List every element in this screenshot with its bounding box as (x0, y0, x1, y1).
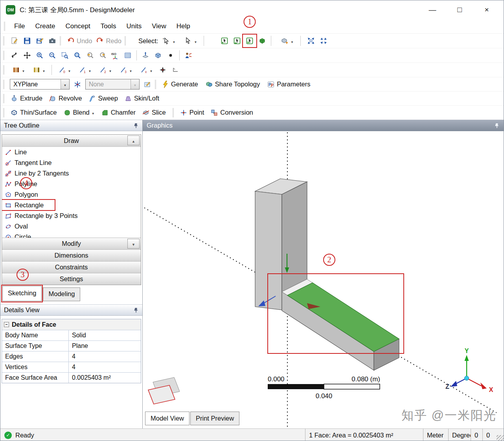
snap-pin-button[interactable] (156, 64, 169, 76)
blend-button[interactable]: Blend (61, 107, 97, 119)
grid-button[interactable] (121, 49, 134, 61)
pin-icon[interactable] (133, 307, 139, 313)
menu-help[interactable]: Help (171, 20, 195, 32)
constraints-toolbox-label: Constraints (55, 264, 88, 271)
line-weight-3-button[interactable]: 3 (116, 64, 136, 76)
look-at-plane-button[interactable] (139, 49, 152, 61)
active-sketch-combo[interactable]: None (85, 79, 140, 90)
undo-button[interactable]: Undo (65, 35, 94, 47)
draw-tool-rectangle[interactable]: Rectangle (2, 200, 141, 210)
zoom-in-button[interactable] (33, 49, 46, 61)
menu-concept[interactable]: Concept (60, 20, 95, 32)
selection-convert-button[interactable] (276, 35, 298, 47)
zoom-to-fit-button[interactable] (305, 35, 317, 47)
redo-button[interactable]: Redo (94, 35, 123, 47)
minimize-button[interactable]: — (421, 5, 444, 14)
generate-button[interactable]: Generate (160, 79, 200, 90)
menu-tools[interactable]: Tools (96, 20, 121, 32)
point-button[interactable]: Point (178, 107, 206, 119)
triad-x-label: X (489, 386, 493, 393)
pin-icon[interactable] (133, 123, 139, 128)
thin-surface-button[interactable]: Thin/Surface (8, 107, 59, 119)
save-button[interactable] (21, 35, 33, 47)
3d-scene[interactable]: 0.000 0.080 (m) 0.040 Y X Z (143, 131, 504, 428)
combo-dropdown-button[interactable] (61, 79, 69, 89)
image-capture-button[interactable] (46, 35, 59, 47)
tab-sketching[interactable]: Sketching (2, 286, 42, 301)
redo-label: Redo (106, 37, 121, 45)
slice-button[interactable]: Slice (140, 107, 168, 119)
draw-tool-rectangle-by-3-points[interactable]: Rectangle by 3 Points (2, 210, 141, 221)
menu-units[interactable]: Units (121, 20, 147, 32)
selection-filter-pointer-button[interactable] (180, 35, 201, 47)
next-view-button[interactable] (96, 49, 109, 61)
tab-model-view[interactable]: Model View (145, 412, 189, 425)
zoom-to-selection-button[interactable] (317, 35, 330, 47)
triad-x-axis[interactable] (467, 378, 482, 386)
active-plane-combo[interactable]: XYPlane (10, 79, 70, 90)
collapse-icon[interactable] (4, 322, 9, 327)
new-sketch-button[interactable] (8, 35, 21, 47)
edge-color-button[interactable] (29, 64, 49, 76)
draw-tool-circle[interactable]: Circle (2, 232, 141, 238)
corner-snap-button[interactable] (169, 64, 182, 76)
face-color-button[interactable] (8, 64, 29, 76)
sweep-button[interactable]: Sweep (86, 93, 120, 104)
body-column-right-face[interactable] (282, 182, 307, 292)
line-weight-1-button[interactable]: 1 (75, 64, 95, 76)
conversion-button[interactable]: Conversion (208, 107, 255, 119)
draw-tool-oval[interactable]: Oval (2, 221, 141, 232)
scroll-up-button[interactable] (127, 135, 140, 145)
draw-tool-line-by-2-tangents[interactable]: Line by 2 Tangents (2, 168, 141, 179)
resize-grip[interactable] (497, 435, 504, 441)
tab-modeling[interactable]: Modeling (43, 287, 80, 301)
draw-toolbox-header[interactable]: Draw (2, 135, 141, 146)
combo-dropdown-button[interactable] (131, 79, 139, 89)
filter-face-button[interactable]: 1 (243, 35, 256, 47)
save-as-button[interactable] (33, 35, 46, 47)
dimensions-toolbox-header[interactable]: Dimensions (2, 249, 141, 261)
modify-toolbox-header[interactable]: Modify (2, 238, 141, 249)
zoom-button[interactable] (46, 49, 59, 61)
line-weight-x-button[interactable]: x (136, 64, 156, 76)
scroll-down-button[interactable] (127, 239, 140, 249)
filter-body-button[interactable] (256, 35, 269, 47)
rotate-button[interactable] (8, 49, 21, 61)
extrude-button[interactable]: Extrude (8, 93, 44, 104)
line-weight-0-button[interactable]: 0 (54, 64, 75, 76)
draw-tool-tangent-line[interactable]: Tangent Line (2, 157, 141, 168)
menu-file[interactable]: File (9, 20, 30, 32)
close-button[interactable]: × (475, 5, 498, 14)
menu-create[interactable]: Create (30, 20, 60, 32)
new-plane-button[interactable] (71, 79, 84, 90)
draw-tool-polygon[interactable]: Polygon (2, 189, 141, 200)
filter-edge-button[interactable] (231, 35, 243, 47)
iso-view-button[interactable]: ISO (109, 49, 121, 61)
draw-tool-line[interactable]: Line (2, 147, 141, 157)
point-label: Point (189, 109, 204, 116)
pin-icon[interactable] (494, 123, 500, 128)
select-mode-button[interactable]: * (158, 35, 180, 47)
parameters-button[interactable]: PPParameters (265, 79, 312, 90)
new-sketch-toolbar-button[interactable] (141, 79, 154, 90)
pan-button[interactable] (21, 49, 33, 61)
skin-loft-button[interactable]: Skin/Loft (122, 93, 161, 104)
magnifier-button[interactable] (71, 49, 84, 61)
maximize-button[interactable]: □ (448, 5, 471, 14)
chamfer-button[interactable]: Chamfer (99, 107, 138, 119)
menu-view[interactable]: View (147, 20, 171, 32)
share-topology-button[interactable]: Share Topology (203, 79, 262, 90)
viewpoint-button[interactable] (182, 49, 195, 61)
line-weight-2-button[interactable]: 2 (95, 64, 116, 76)
display-points-button[interactable] (164, 49, 177, 61)
tab-print-preview[interactable]: Print Preview (190, 412, 239, 425)
draw-tool-polyline[interactable]: Polyline 4 (2, 179, 141, 189)
filter-vertex-button[interactable] (218, 35, 231, 47)
graphics-canvas[interactable]: 0.000 0.080 (m) 0.040 Y X Z (143, 131, 504, 428)
triad-origin-ball[interactable] (465, 376, 469, 381)
display-model-button[interactable] (152, 49, 164, 61)
revolve-button[interactable]: Revolve (47, 93, 84, 104)
body-column-front-face[interactable] (255, 191, 282, 310)
previous-view-button[interactable] (84, 49, 96, 61)
box-zoom-button[interactable] (59, 49, 71, 61)
